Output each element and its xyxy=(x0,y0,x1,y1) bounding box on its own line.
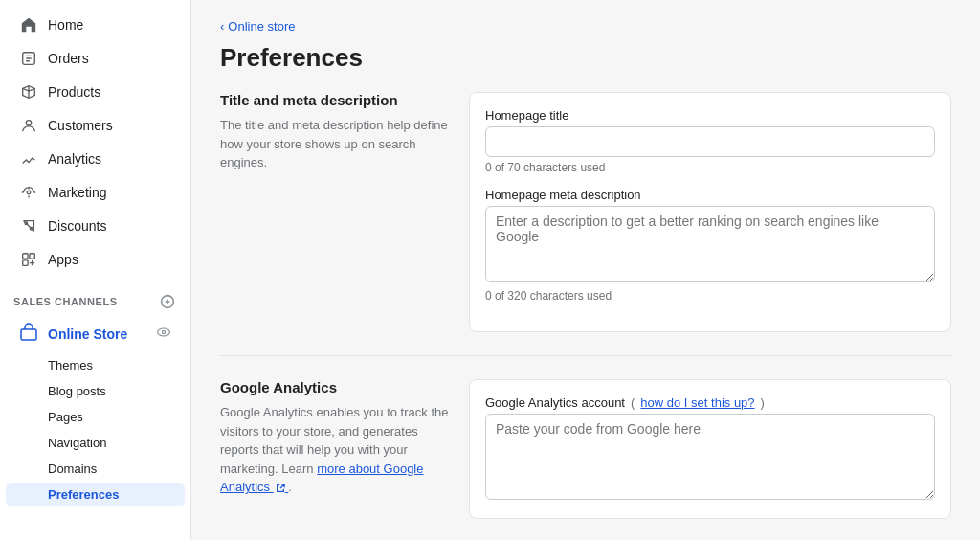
svg-rect-6 xyxy=(30,254,34,259)
online-store-icon xyxy=(19,323,38,345)
home-icon xyxy=(19,15,38,34)
homepage-title-label: Homepage title xyxy=(485,108,935,123)
svg-point-2 xyxy=(27,191,31,194)
sidebar-sub-themes[interactable]: Themes xyxy=(6,353,185,377)
google-analytics-section: Google Analytics Google Analytics enable… xyxy=(220,379,951,540)
svg-rect-5 xyxy=(23,254,28,259)
sidebar-sub-preferences[interactable]: Preferences xyxy=(6,483,185,506)
sidebar-sub-domains[interactable]: Domains xyxy=(6,457,185,481)
svg-point-11 xyxy=(162,330,165,333)
google-account-label-row: Google Analytics account ( how do I set … xyxy=(485,395,935,410)
add-sales-channel-icon[interactable] xyxy=(158,292,177,311)
svg-point-10 xyxy=(158,328,170,336)
sidebar-item-products[interactable]: Products xyxy=(6,76,185,108)
products-icon xyxy=(19,82,38,101)
analytics-icon xyxy=(19,149,38,169)
online-store-eye-icon[interactable] xyxy=(156,325,171,343)
sidebar: Home Orders Products Customers Analytics xyxy=(0,0,191,540)
sidebar-item-orders[interactable]: Orders xyxy=(6,42,185,75)
title-meta-section: Title and meta description The title and… xyxy=(220,92,951,356)
breadcrumb-parent: Online store xyxy=(228,19,295,34)
sidebar-item-home[interactable]: Home xyxy=(6,9,185,41)
section-left-google: Google Analytics Google Analytics enable… xyxy=(220,379,450,519)
google-account-field-label: Google Analytics account xyxy=(485,395,625,410)
orders-icon xyxy=(19,49,38,68)
google-analytics-input[interactable] xyxy=(485,414,935,500)
google-analytics-heading: Google Analytics xyxy=(220,379,450,395)
page-title: Preferences xyxy=(220,43,951,73)
apps-icon xyxy=(19,250,38,269)
sidebar-sub-pages[interactable]: Pages xyxy=(6,405,185,429)
homepage-meta-char-count: 0 of 320 characters used xyxy=(485,289,935,303)
sales-channels-header: SALES CHANNELS xyxy=(0,282,190,315)
sidebar-item-analytics[interactable]: Analytics xyxy=(6,143,185,175)
title-meta-heading: Title and meta description xyxy=(220,92,450,108)
sidebar-item-apps[interactable]: Apps xyxy=(6,243,185,276)
marketing-icon xyxy=(19,183,38,202)
section-left-title-meta: Title and meta description The title and… xyxy=(220,92,450,332)
section-right-google: Google Analytics account ( how do I set … xyxy=(469,379,951,519)
sidebar-item-discounts[interactable]: Discounts xyxy=(6,210,185,242)
sidebar-sub-blog-posts[interactable]: Blog posts xyxy=(6,379,185,403)
sidebar-item-customers[interactable]: Customers xyxy=(6,109,185,142)
svg-rect-7 xyxy=(23,260,28,265)
section-right-title-meta: Homepage title 0 of 70 characters used H… xyxy=(469,92,951,332)
breadcrumb[interactable]: ‹ Online store xyxy=(220,19,951,34)
homepage-meta-textarea[interactable] xyxy=(485,206,935,282)
discounts-icon xyxy=(19,216,38,236)
sidebar-sub-navigation[interactable]: Navigation xyxy=(6,431,185,455)
google-analytics-description: Google Analytics enables you to track th… xyxy=(220,403,450,497)
sidebar-item-online-store[interactable]: Online Store xyxy=(6,316,185,351)
setup-link[interactable]: how do I set this up? xyxy=(640,395,754,410)
homepage-title-input[interactable] xyxy=(485,126,935,157)
breadcrumb-chevron: ‹ xyxy=(220,19,224,34)
customers-icon xyxy=(19,116,38,135)
svg-point-1 xyxy=(26,121,31,125)
main-content: ‹ Online store Preferences Title and met… xyxy=(191,0,980,540)
sidebar-item-marketing[interactable]: Marketing xyxy=(6,176,185,209)
title-meta-description: The title and meta description help defi… xyxy=(220,116,450,172)
homepage-meta-label: Homepage meta description xyxy=(485,188,935,202)
homepage-title-char-count: 0 of 70 characters used xyxy=(485,161,935,174)
svg-rect-9 xyxy=(21,329,36,340)
